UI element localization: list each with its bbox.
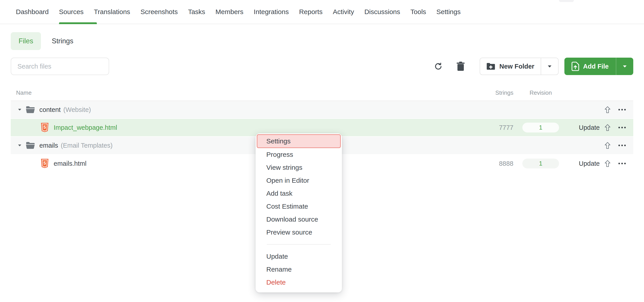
revision-badge: 1 (522, 123, 559, 132)
nav-item-dashboard[interactable]: Dashboard (11, 0, 54, 24)
menu-item-add-task[interactable]: Add task (256, 187, 342, 200)
file-context-menu: Settings Progress View strings Open in E… (256, 133, 342, 293)
ellipsis-icon (618, 109, 626, 111)
folder-name: emails (39, 142, 58, 149)
menu-item-preview-source[interactable]: Preview source (256, 226, 342, 239)
nav-item-tools[interactable]: Tools (406, 0, 431, 24)
add-file-label: Add File (583, 63, 609, 70)
file-name-link[interactable]: Impact_webpage.html (54, 124, 117, 131)
menu-divider (267, 244, 331, 245)
add-file-dropdown-button[interactable] (616, 58, 633, 75)
menu-item-settings[interactable]: Settings (257, 134, 341, 148)
search-input[interactable] (11, 58, 109, 75)
row-more-button[interactable] (616, 162, 629, 165)
revision-badge: 1 (522, 159, 559, 168)
sources-subtabs: Files Strings (11, 32, 633, 50)
upload-arrow-icon (604, 160, 611, 167)
ellipsis-icon (618, 144, 626, 147)
tab-strings[interactable]: Strings (52, 37, 73, 45)
upload-arrow-icon (604, 142, 611, 149)
folder-name: content (39, 106, 60, 113)
refresh-button[interactable] (433, 61, 444, 71)
html5-file-icon: 5 (41, 159, 49, 168)
new-folder-label: New Folder (499, 63, 534, 70)
add-file-button-group: Add File (564, 58, 633, 75)
new-folder-button[interactable]: New Folder (480, 58, 540, 75)
menu-item-delete[interactable]: Delete (256, 276, 342, 289)
table-header-row: Name Strings Revision (11, 85, 633, 101)
folder-note: (Website) (63, 106, 91, 113)
menu-item-cost-estimate[interactable]: Cost Estimate (256, 200, 342, 213)
column-header-strings: Strings (486, 89, 514, 96)
row-more-button[interactable] (616, 126, 629, 129)
refresh-icon (434, 62, 443, 71)
chevron-down-icon (547, 65, 552, 68)
ellipsis-icon (618, 162, 626, 165)
nav-item-reports[interactable]: Reports (294, 0, 328, 24)
nav-item-discussions[interactable]: Discussions (359, 0, 405, 24)
menu-item-progress[interactable]: Progress (256, 148, 342, 161)
folder-note: (Email Templates) (61, 142, 113, 149)
nav-item-activity[interactable]: Activity (328, 0, 359, 24)
update-link[interactable]: Update (579, 160, 600, 167)
menu-item-open-in-editor[interactable]: Open in Editor (256, 174, 342, 187)
nav-item-members[interactable]: Members (210, 0, 249, 24)
row-more-button[interactable] (616, 109, 629, 111)
menu-item-update[interactable]: Update (256, 250, 342, 263)
tab-files[interactable]: Files (11, 32, 41, 50)
folder-icon (26, 141, 35, 149)
folder-plus-icon (486, 62, 495, 70)
update-link[interactable]: Update (579, 124, 600, 131)
upload-arrow-icon (604, 106, 611, 113)
menu-item-rename[interactable]: Rename (256, 263, 342, 276)
file-upload-icon (572, 62, 579, 71)
delete-selected-button[interactable] (456, 61, 466, 71)
menu-item-download-source[interactable]: Download source (256, 213, 342, 226)
column-header-revision: Revision (514, 89, 568, 96)
ellipsis-icon (618, 126, 626, 129)
files-toolbar: New Folder Add File (11, 58, 633, 75)
folder-icon (26, 106, 35, 114)
project-nav: Dashboard Sources Translations Screensho… (0, 0, 644, 24)
html5-file-icon: 5 (41, 123, 49, 132)
column-header-name: Name (16, 89, 486, 96)
svg-text:5: 5 (44, 125, 46, 130)
upload-translations-button[interactable] (600, 106, 616, 113)
upload-translations-button[interactable] (600, 124, 616, 131)
scrolled-out-fragment (559, 0, 574, 2)
nav-item-settings[interactable]: Settings (431, 0, 466, 24)
nav-item-screenshots[interactable]: Screenshots (135, 0, 183, 24)
collapse-caret[interactable] (15, 144, 24, 147)
upload-arrow-icon (604, 124, 611, 131)
menu-item-view-strings[interactable]: View strings (256, 161, 342, 174)
upload-translations-button[interactable] (600, 160, 616, 167)
nav-item-translations[interactable]: Translations (89, 0, 135, 24)
collapse-caret[interactable] (15, 108, 24, 111)
nav-item-integrations[interactable]: Integrations (249, 0, 294, 24)
add-file-button[interactable]: Add File (564, 58, 616, 75)
svg-text:5: 5 (44, 161, 46, 166)
strings-count: 8888 (499, 160, 514, 167)
nav-item-tasks[interactable]: Tasks (183, 0, 210, 24)
nav-item-sources[interactable]: Sources (54, 0, 89, 24)
upload-translations-button[interactable] (600, 142, 616, 149)
row-more-button[interactable] (616, 144, 629, 147)
strings-count: 7777 (499, 124, 514, 131)
chevron-down-icon (622, 65, 627, 68)
trash-icon (456, 62, 465, 71)
new-folder-dropdown-button[interactable] (541, 58, 558, 75)
table-row-folder-content[interactable]: content (Website) (11, 101, 633, 119)
new-folder-button-group: New Folder (480, 58, 558, 75)
file-name-link[interactable]: emails.html (54, 160, 86, 167)
